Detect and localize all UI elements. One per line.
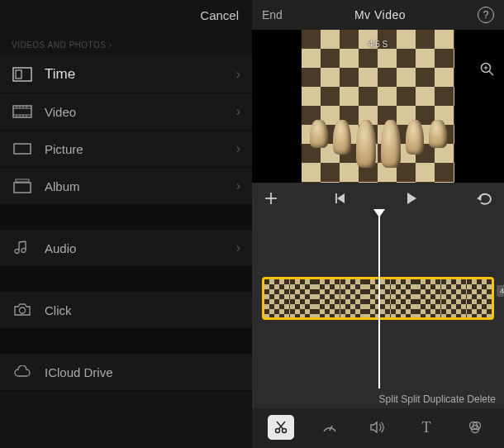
- svg-rect-2: [13, 106, 31, 117]
- svg-line-18: [489, 71, 493, 75]
- list-item-album[interactable]: Album ›: [0, 168, 252, 205]
- done-button[interactable]: End: [262, 8, 283, 21]
- section-header-videos-photos: VIDEOS AND PHOTOS ›: [0, 29, 252, 56]
- spacer: [0, 329, 252, 354]
- preview-frame[interactable]: 4,6 S: [302, 30, 454, 183]
- moments-icon: [12, 66, 33, 83]
- svg-rect-1: [16, 70, 21, 79]
- project-title[interactable]: Mv Video: [289, 8, 471, 21]
- video-icon: [12, 103, 33, 120]
- list-item-icloud[interactable]: ICloud Drive: [0, 354, 252, 391]
- svg-point-28: [283, 429, 287, 433]
- volume-tool[interactable]: [364, 415, 391, 440]
- filters-tool[interactable]: [462, 415, 488, 440]
- playback-controls: [252, 183, 504, 211]
- list-item-camera[interactable]: Click: [0, 292, 252, 329]
- svg-point-27: [276, 429, 280, 433]
- cancel-button[interactable]: Cancel: [0, 0, 252, 29]
- preview-duration-label: 4,6 S: [368, 40, 388, 49]
- list-label: Time: [45, 66, 225, 83]
- cut-tool[interactable]: [268, 415, 294, 440]
- tool-bar: T: [252, 408, 504, 448]
- clip-duration-badge: 4,6 S: [497, 285, 504, 297]
- svg-rect-13: [14, 144, 31, 154]
- list-label: Picture: [45, 142, 225, 156]
- help-icon[interactable]: ?: [478, 7, 494, 23]
- list-item-video[interactable]: Video ›: [0, 93, 252, 131]
- chevron-right-icon: ›: [236, 104, 240, 119]
- play-button[interactable]: [405, 192, 421, 205]
- media-browser-panel: Cancel VIDEOS AND PHOTOS › Time › Video …: [0, 0, 252, 448]
- audio-icon: [12, 240, 33, 256]
- svg-point-16: [20, 307, 26, 313]
- svg-marker-32: [371, 422, 377, 432]
- list-label: ICloud Drive: [45, 365, 240, 379]
- svg-rect-14: [16, 179, 29, 182]
- spacer: [0, 267, 252, 292]
- svg-rect-15: [14, 183, 31, 193]
- timeline[interactable]: 4,6 S: [252, 211, 504, 388]
- skip-back-button[interactable]: [335, 193, 351, 204]
- list-label: Audio: [45, 241, 225, 255]
- editor-panel: End Mv Video ? 4,6 S: [252, 0, 504, 448]
- list-item-time[interactable]: Time ›: [0, 56, 252, 93]
- chevron-right-icon: ›: [236, 141, 240, 156]
- spacer: [0, 205, 252, 230]
- svg-marker-24: [337, 193, 345, 203]
- cloud-icon: [12, 364, 33, 380]
- camera-icon: [12, 302, 33, 318]
- svg-marker-25: [407, 193, 416, 204]
- chevron-right-icon: ›: [236, 241, 240, 255]
- list-label: Click: [45, 303, 240, 317]
- clip-actions[interactable]: Split Split Duplicate Delete: [252, 388, 504, 408]
- zoom-icon[interactable]: [479, 61, 496, 78]
- speed-tool[interactable]: [316, 415, 343, 440]
- chevron-right-icon: ›: [236, 179, 240, 193]
- playhead[interactable]: [378, 211, 380, 388]
- list-item-picture[interactable]: Picture ›: [0, 131, 252, 168]
- add-media-button[interactable]: [264, 191, 280, 206]
- list-label: Video: [45, 105, 225, 119]
- titles-tool[interactable]: T: [413, 415, 440, 440]
- editor-top-bar: End Mv Video ?: [252, 0, 504, 30]
- chevron-right-icon: ›: [236, 67, 240, 82]
- list-label: Album: [45, 179, 225, 193]
- preview-content: [302, 120, 454, 168]
- photo-icon: [12, 141, 33, 157]
- list-item-audio[interactable]: Audio ›: [0, 230, 252, 267]
- undo-button[interactable]: [476, 192, 492, 205]
- album-icon: [12, 178, 33, 194]
- preview-area: 4,6 S: [252, 30, 504, 183]
